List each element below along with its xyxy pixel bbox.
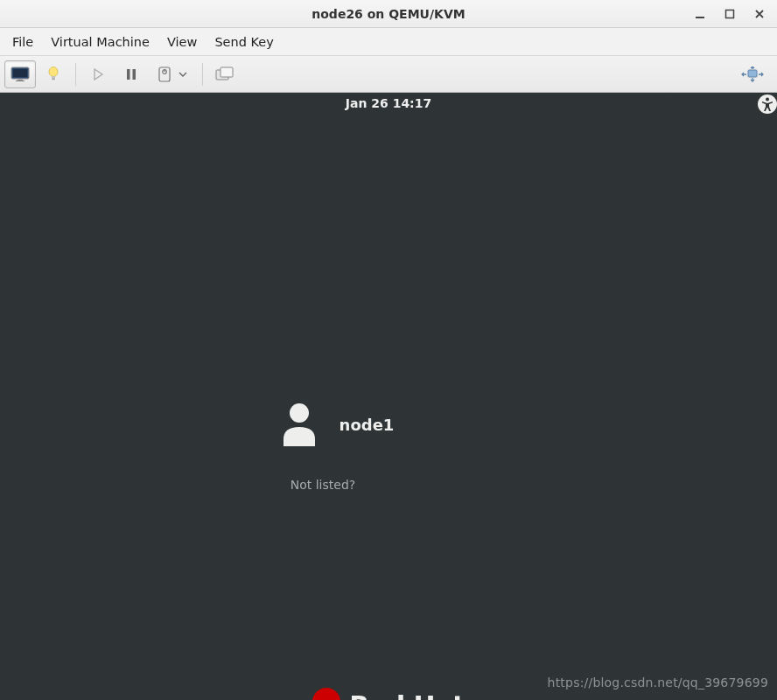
snapshots-button[interactable] <box>209 60 241 88</box>
menu-send-key[interactable]: Send Key <box>206 30 282 54</box>
svg-point-17 <box>766 98 769 102</box>
svg-rect-10 <box>133 69 136 80</box>
monitor-icon <box>10 66 30 82</box>
svg-rect-8 <box>52 79 55 80</box>
console-view-button[interactable] <box>4 60 36 88</box>
brand-text: Red Hat <box>349 690 465 701</box>
minimize-button[interactable] <box>693 7 707 21</box>
toolbar-separator <box>75 63 76 86</box>
menu-file[interactable]: File <box>4 30 42 54</box>
menubar: File Virtual Machine View Send Key <box>0 28 777 56</box>
window-title: node26 on QEMU/KVM <box>5 7 772 21</box>
vm-console[interactable]: Jan 26 14:17 node1 Not listed? Red Hat h… <box>0 93 777 700</box>
svg-rect-15 <box>220 67 233 77</box>
svg-point-18 <box>290 403 309 423</box>
menu-view[interactable]: View <box>158 30 206 54</box>
power-icon <box>158 66 172 82</box>
svg-rect-16 <box>748 70 757 77</box>
gnome-clock[interactable]: Jan 26 14:17 <box>0 96 777 110</box>
details-view-button[interactable] <box>38 60 69 88</box>
pause-button[interactable] <box>116 60 147 88</box>
avatar <box>278 402 320 446</box>
distro-branding: Red Hat <box>0 688 777 700</box>
svg-rect-5 <box>16 80 24 81</box>
pause-icon <box>126 68 136 80</box>
shutdown-button[interactable] <box>149 60 196 88</box>
maximize-button[interactable] <box>723 7 737 21</box>
window-titlebar: node26 on QEMU/KVM <box>0 0 777 28</box>
svg-rect-7 <box>52 76 55 79</box>
menu-virtual-machine[interactable]: Virtual Machine <box>42 30 158 54</box>
window-controls <box>693 0 774 27</box>
user-entry[interactable]: node1 <box>261 397 412 452</box>
accessibility-icon[interactable] <box>758 94 777 114</box>
fullscreen-icon <box>741 66 764 82</box>
watermark-text: https://blog.csdn.net/qq_39679699 <box>548 676 768 690</box>
person-icon <box>281 402 318 446</box>
redhat-logo-icon <box>312 688 340 700</box>
snapshot-icon <box>215 66 234 82</box>
svg-rect-1 <box>726 10 734 18</box>
svg-rect-3 <box>13 68 28 77</box>
not-listed-link[interactable]: Not listed? <box>290 478 355 492</box>
run-button[interactable] <box>82 60 114 88</box>
toolbar-separator <box>202 63 203 86</box>
close-button[interactable] <box>752 7 766 21</box>
svg-point-6 <box>49 66 58 76</box>
svg-rect-0 <box>696 17 704 18</box>
svg-rect-9 <box>127 69 130 80</box>
user-name-label: node1 <box>340 416 395 434</box>
fullscreen-button[interactable] <box>737 60 768 88</box>
toolbar <box>0 56 777 93</box>
lightbulb-icon <box>46 66 61 83</box>
chevron-down-icon <box>178 72 187 77</box>
play-icon <box>92 68 104 80</box>
gdm-login: node1 Not listed? <box>0 397 777 492</box>
